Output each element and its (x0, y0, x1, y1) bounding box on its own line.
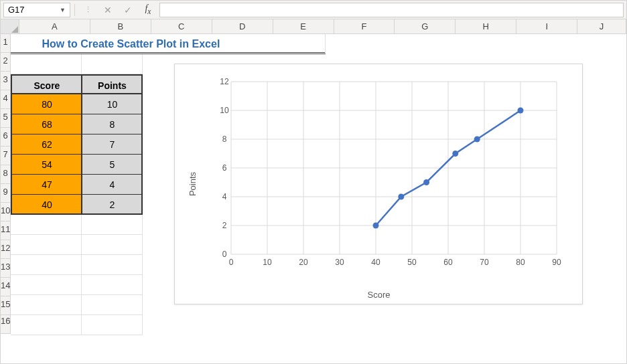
svg-text:4: 4 (222, 192, 227, 201)
select-all-button[interactable] (1, 19, 19, 33)
cell[interactable] (82, 275, 143, 295)
chart[interactable]: Points Score 024681012010203040506070809… (174, 64, 583, 304)
svg-text:50: 50 (408, 258, 417, 267)
svg-point-39 (518, 108, 524, 114)
svg-text:12: 12 (220, 78, 230, 86)
table-cell[interactable]: 62 (11, 134, 82, 155)
row-header[interactable]: 6 (1, 128, 11, 147)
svg-text:0: 0 (229, 258, 234, 267)
row-header[interactable]: 12 (1, 240, 11, 259)
svg-text:10: 10 (263, 258, 273, 267)
cell[interactable] (11, 275, 82, 295)
cell[interactable] (11, 295, 82, 315)
row-header[interactable]: 16 (1, 315, 11, 334)
more-icon: ⋮ (79, 3, 96, 17)
chart-plot: 0246810120102030405060708090 (215, 78, 563, 270)
chart-x-axis-title: Score (367, 290, 390, 300)
svg-text:80: 80 (516, 258, 526, 267)
col-header-H[interactable]: H (456, 19, 516, 33)
page-title[interactable]: How to Create Scatter Plot in Excel (11, 34, 326, 54)
row-header[interactable]: 10 (1, 203, 11, 221)
svg-point-34 (373, 223, 379, 229)
cells[interactable]: How to Create Scatter Plot in Excel Scor… (11, 34, 626, 363)
column-headers: A B C D E F G H I J (1, 19, 626, 34)
enter-icon[interactable]: ✓ (119, 3, 137, 17)
cell[interactable] (11, 255, 82, 275)
col-header-I[interactable]: I (516, 19, 577, 33)
name-box[interactable]: G17 ▼ (3, 3, 70, 17)
row-header[interactable]: 2 (1, 53, 11, 72)
svg-text:10: 10 (220, 106, 230, 115)
name-box-value: G17 (8, 5, 25, 15)
row-header[interactable]: 4 (1, 90, 11, 109)
formula-input[interactable] (159, 3, 624, 17)
table-cell[interactable]: 10 (82, 94, 143, 114)
svg-text:0: 0 (222, 250, 227, 259)
table-cell[interactable]: 40 (11, 195, 82, 215)
cell[interactable] (11, 215, 82, 235)
chevron-down-icon: ▼ (60, 7, 66, 13)
cell[interactable] (82, 54, 143, 74)
col-header-A[interactable]: A (19, 19, 90, 33)
row-header[interactable]: 15 (1, 296, 11, 315)
svg-point-37 (453, 151, 459, 157)
table-cell[interactable]: 80 (11, 94, 82, 114)
row-header[interactable]: 9 (1, 184, 11, 203)
svg-text:6: 6 (222, 163, 227, 173)
svg-text:30: 30 (336, 258, 345, 267)
table-header-score[interactable]: Score (11, 74, 82, 94)
cell[interactable] (11, 315, 82, 335)
table-cell[interactable]: 54 (11, 155, 82, 175)
table-cell[interactable]: 47 (11, 175, 82, 195)
svg-text:90: 90 (553, 258, 562, 267)
grid-area: A B C D E F G H I J 1 2 3 4 5 6 7 8 9 10 (1, 19, 626, 363)
col-header-D[interactable]: D (212, 19, 273, 33)
row-header[interactable]: 3 (1, 72, 11, 90)
svg-text:2: 2 (222, 221, 227, 230)
svg-text:60: 60 (444, 258, 454, 267)
col-header-B[interactable]: B (90, 19, 151, 33)
table-cell[interactable]: 2 (82, 195, 143, 215)
chart-y-axis-title: Points (188, 172, 198, 196)
formula-bar: G17 ▼ ⋮ ✕ ✓ fx (1, 1, 626, 19)
table-header-points[interactable]: Points (82, 74, 143, 94)
table-cell[interactable]: 7 (82, 134, 143, 155)
svg-text:20: 20 (299, 258, 309, 267)
row-header[interactable]: 8 (1, 165, 11, 184)
row-header[interactable]: 11 (1, 221, 11, 240)
col-header-C[interactable]: C (151, 19, 212, 33)
cell[interactable] (82, 215, 143, 235)
row-header[interactable]: 13 (1, 259, 11, 278)
row-header[interactable]: 5 (1, 109, 11, 128)
svg-text:70: 70 (480, 258, 490, 267)
col-header-J[interactable]: J (577, 19, 626, 33)
col-header-F[interactable]: F (334, 19, 395, 33)
excel-window: G17 ▼ ⋮ ✕ ✓ fx A B C D E F G H I J 1 (0, 0, 627, 364)
table-cell[interactable]: 8 (82, 114, 143, 134)
table-cell[interactable]: 5 (82, 155, 143, 175)
table-cell[interactable]: 68 (11, 114, 82, 134)
svg-text:8: 8 (222, 134, 227, 144)
cell[interactable] (11, 235, 82, 255)
col-header-G[interactable]: G (395, 19, 456, 33)
cell[interactable] (82, 295, 143, 315)
row-header[interactable]: 1 (1, 34, 11, 53)
row-headers: 1 2 3 4 5 6 7 8 9 10 11 12 13 14 15 16 (1, 34, 11, 363)
row-header[interactable]: 14 (1, 278, 11, 296)
cell[interactable] (82, 255, 143, 275)
fx-icon[interactable]: fx (139, 3, 157, 17)
cell[interactable] (82, 235, 143, 255)
svg-text:40: 40 (372, 258, 381, 267)
cancel-icon[interactable]: ✕ (99, 3, 117, 17)
svg-point-38 (474, 136, 480, 143)
cell[interactable] (11, 54, 82, 74)
svg-point-35 (399, 194, 405, 200)
svg-point-36 (424, 179, 430, 185)
table-cell[interactable]: 4 (82, 175, 143, 195)
cell[interactable] (82, 315, 143, 335)
col-header-E[interactable]: E (273, 19, 334, 33)
divider (74, 4, 75, 16)
row-header[interactable]: 7 (1, 147, 11, 165)
